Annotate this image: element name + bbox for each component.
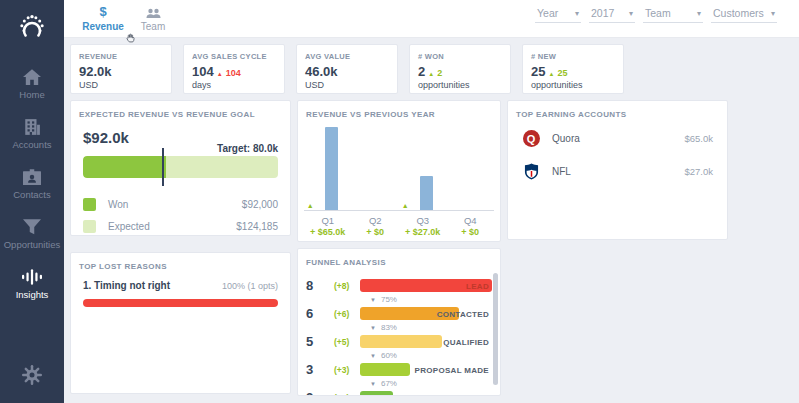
- sidebar-item-contacts[interactable]: Contacts: [0, 160, 64, 210]
- account-row-quora[interactable]: Q Quora $65.0k: [508, 125, 727, 152]
- account-row-nfl[interactable]: NFL $27.0k: [508, 158, 727, 185]
- kpi-unit: opportunities: [523, 79, 623, 90]
- revenue-legend: Won $92,000 Expected $124,185: [83, 193, 278, 237]
- quarter-label: Q2: [352, 215, 400, 226]
- kpi-card-avg-sales-cycle: AVG SALES CYCLE 104 ▲ 104 days: [183, 44, 285, 94]
- account-value: $27.0k: [684, 166, 713, 177]
- stage-label: WON: [469, 394, 489, 396]
- legend-label: Won: [108, 199, 242, 210]
- mouse-cursor-hand-icon: [124, 31, 137, 49]
- topbar: $ Revenue Team Year ▾ 2017: [64, 0, 799, 38]
- funnel-rows: 8 (+8) LEAD ▼ 75% 6 (+6) CONTACTED: [298, 279, 500, 396]
- legend-value: $124,185: [236, 221, 278, 232]
- account-value: $65.0k: [684, 133, 713, 144]
- won-progress-segment: [83, 156, 166, 178]
- conversion-value: 75%: [381, 295, 397, 304]
- insights-equalizer-icon: [22, 269, 42, 285]
- tab-revenue[interactable]: $ Revenue: [78, 0, 128, 37]
- kpi-delta: 104: [226, 68, 241, 78]
- legend-value: $92,000: [242, 199, 278, 210]
- quarter-delta: + $0: [447, 227, 495, 237]
- stage-delta: (+6): [334, 309, 349, 319]
- funnel-scrollbar[interactable]: [493, 273, 498, 385]
- quarter-label: Q1: [304, 215, 352, 226]
- funnel-stage-contacted: 6 (+6) CONTACTED ▼ 83%: [298, 307, 500, 332]
- won-swatch: [83, 198, 96, 211]
- bar-q1: [325, 127, 338, 210]
- sidebar-item-opportunities[interactable]: Opportunities: [0, 210, 64, 260]
- sidebar-item-label: Home: [19, 89, 44, 100]
- sidebar: Home Accounts: [0, 0, 64, 403]
- insights-dashboard: Home Accounts: [0, 0, 799, 403]
- lost-reason-label: 1. Timing not right: [83, 280, 170, 291]
- building-icon: [23, 119, 41, 135]
- stage-delta: (+8): [334, 281, 349, 291]
- sidebar-item-label: Insights: [16, 289, 49, 300]
- legend-row-expected: Expected $124,185: [83, 215, 278, 237]
- sidebar-item-label: Opportunities: [4, 239, 61, 250]
- filter-bar: Year ▾ 2017 ▾ Team ▾ Customers ▾: [535, 0, 799, 37]
- triangle-down-icon: ▼: [370, 325, 376, 331]
- stage-count: 5: [306, 334, 313, 349]
- legend-row-won: Won $92,000: [83, 193, 278, 215]
- stage-bar: [360, 335, 442, 348]
- stage-bar: [360, 363, 410, 376]
- stage-label: PROPOSAL MADE: [415, 366, 489, 375]
- filter-label: 2017: [591, 7, 614, 19]
- axis-label-q1: Q1 + $65.0k: [304, 215, 352, 237]
- card-title: TOP EARNING ACCOUNTS: [508, 101, 727, 119]
- conversion-rate: ▼ 67%: [370, 379, 500, 388]
- lost-reason-percent: 100% (1 opts): [222, 281, 278, 291]
- card-title: FUNNEL ANALYSIS: [298, 249, 500, 267]
- expected-swatch: [83, 220, 96, 233]
- chart-column-q3: ▲: [399, 125, 447, 211]
- kpi-label: # NEW: [523, 45, 623, 61]
- x-axis-labels: Q1 + $65.0k Q2 + $0 Q3 + $27.0k Q4 + $0: [304, 215, 494, 237]
- quarter-label: Q4: [447, 215, 495, 226]
- filter-year[interactable]: Year ▾: [535, 6, 581, 23]
- kpi-delta: 25: [557, 68, 567, 78]
- kpi-label: REVENUE: [71, 45, 171, 61]
- chevron-down-icon: ▾: [575, 9, 579, 18]
- triangle-down-icon: ▼: [370, 353, 376, 359]
- stage-label: QUALIFIED: [443, 338, 489, 347]
- sidebar-item-home[interactable]: Home: [0, 60, 64, 110]
- target-label: Target: 80.0k: [217, 143, 278, 154]
- sidebar-item-label: Accounts: [12, 139, 51, 150]
- sidebar-item-insights[interactable]: Insights: [0, 260, 64, 310]
- gear-icon: [22, 365, 42, 389]
- account-name: Quora: [552, 133, 684, 144]
- account-name: NFL: [552, 166, 684, 177]
- kpi-unit: days: [184, 79, 284, 90]
- nfl-shield-icon: [522, 163, 540, 180]
- kpi-unit: opportunities: [410, 79, 510, 90]
- revenue-vs-previous-year-card: REVENUE VS PREVIOUS YEAR ▲ ▲ Q1 + $6: [297, 100, 501, 242]
- filter-year-value[interactable]: 2017 ▾: [589, 6, 635, 23]
- card-title: TOP LOST REASONS: [71, 253, 290, 271]
- filter-customers[interactable]: Customers ▾: [711, 6, 777, 23]
- top-earning-accounts-card: TOP EARNING ACCOUNTS Q Quora $65.0k NFL …: [507, 100, 728, 240]
- filter-team[interactable]: Team ▾: [643, 6, 703, 23]
- kpi-value: 104: [192, 64, 214, 79]
- kpi-label: # WON: [410, 45, 510, 61]
- quarter-delta: + $0: [352, 227, 400, 237]
- top-lost-reasons-card: TOP LOST REASONS 1. Timing not right 100…: [70, 252, 291, 394]
- triangle-up-icon: ▲: [548, 71, 554, 77]
- kpi-card-avg-value: AVG VALUE 46.0k USD: [296, 44, 398, 94]
- sidebar-item-settings[interactable]: [0, 365, 64, 389]
- kpi-value: 25: [531, 64, 545, 79]
- filter-label: Year: [537, 7, 558, 19]
- sidebar-item-accounts[interactable]: Accounts: [0, 110, 64, 160]
- conversion-value: 67%: [381, 379, 397, 388]
- increase-triangle-icon: ▲: [402, 202, 409, 209]
- stage-count: 6: [306, 306, 313, 321]
- card-title: EXPECTED REVENUE VS REVENUE GOAL: [71, 101, 290, 119]
- triangle-up-icon: ▲: [217, 71, 223, 77]
- kpi-label: AVG VALUE: [297, 45, 397, 61]
- app-logo-icon[interactable]: [0, 0, 64, 56]
- quora-logo-icon: Q: [522, 130, 540, 147]
- axis-label-q3: Q3 + $27.0k: [399, 215, 447, 237]
- lost-reason-bar-track: [83, 299, 278, 307]
- chart-column-q4: [447, 125, 495, 211]
- stage-delta: (+2): [334, 393, 349, 396]
